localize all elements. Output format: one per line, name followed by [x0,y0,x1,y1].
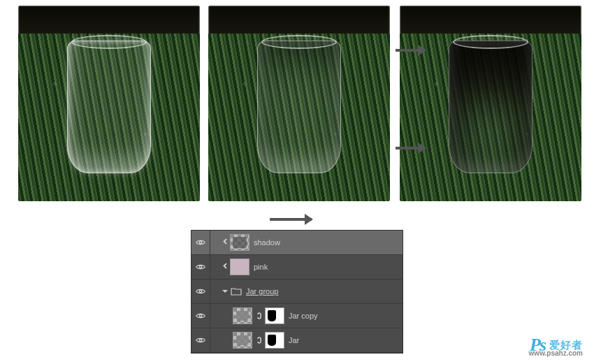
visibility-toggle[interactable] [191,328,210,352]
eye-icon [196,312,205,319]
clip-mask-icon [222,239,229,246]
fold-toggle[interactable] [222,288,229,295]
visibility-toggle[interactable] [191,279,210,303]
step-image-2 [208,6,390,201]
eye-icon [196,263,205,270]
layer-thumbnail[interactable] [233,332,252,349]
svg-point-1 [199,265,202,268]
layer-row-jar[interactable]: Jar [191,328,403,353]
link-icon[interactable] [256,336,262,344]
chevron-down-icon [222,288,229,295]
folder-icon [231,287,242,296]
clip-mask-icon [222,263,229,270]
visibility-toggle[interactable] [191,255,210,279]
step-image-1 [18,6,200,201]
eye-icon [196,239,205,246]
layer-mask-thumbnail[interactable] [265,332,284,349]
annotation-arrow-bottom [396,147,425,150]
layer-mask-thumbnail[interactable] [265,307,284,324]
layer-row-jar-group[interactable]: Jar group [191,279,403,304]
layers-panel: shadow pink Jar grou [191,231,403,353]
layer-name[interactable]: Jar copy [289,312,318,320]
layer-thumbnail[interactable] [230,259,249,275]
tutorial-canvas: shadow pink Jar grou [0,0,594,364]
watermark: Ps 爱好者 www.psahz.com [530,335,583,356]
layer-thumbnail[interactable] [230,234,249,251]
layer-row-shadow[interactable]: shadow [191,231,403,255]
layer-row-pink[interactable]: pink [191,255,403,279]
watermark-url: www.psahz.com [529,349,583,357]
visibility-toggle[interactable] [191,231,210,254]
layer-name[interactable]: shadow [254,238,280,247]
eye-icon [196,288,205,295]
layer-row-jar-copy[interactable]: Jar copy [191,304,403,328]
annotation-arrow-top [396,49,425,52]
layer-name[interactable]: Jar [289,336,299,344]
svg-point-2 [199,290,202,293]
layer-name[interactable]: pink [254,263,268,271]
visibility-toggle[interactable] [191,304,210,328]
svg-point-3 [199,314,202,317]
annotation-arrow-panel [270,218,312,221]
eye-icon [196,337,205,344]
layer-name[interactable]: Jar group [246,287,278,296]
step-image-3 [400,6,581,201]
link-icon[interactable] [256,312,262,320]
svg-point-4 [199,339,202,342]
svg-point-0 [199,241,202,244]
layer-thumbnail[interactable] [233,307,252,324]
